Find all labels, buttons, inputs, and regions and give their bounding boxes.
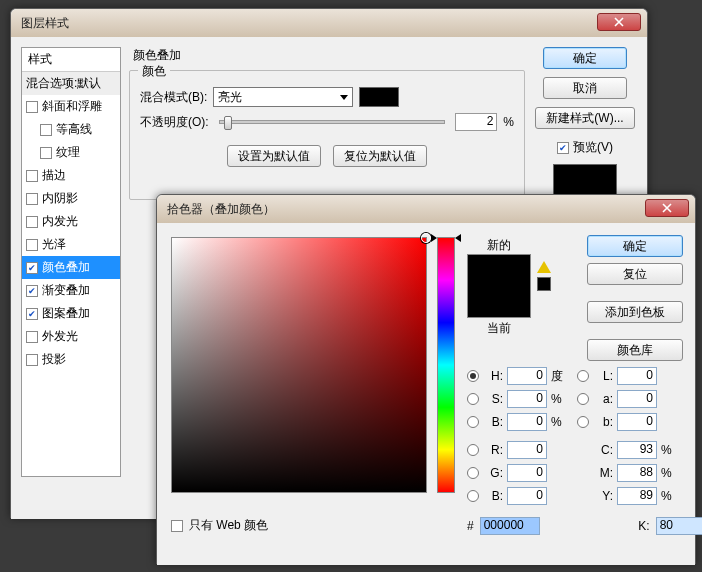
- g-input[interactable]: 0: [507, 464, 547, 482]
- style-texture[interactable]: 纹理: [22, 141, 120, 164]
- m-input[interactable]: 88: [617, 464, 657, 482]
- new-color-swatch: [467, 254, 531, 318]
- checkbox-icon[interactable]: [26, 331, 38, 343]
- b-input[interactable]: 0: [617, 413, 657, 431]
- picker-buttons: 确定 复位 添加到色板 颜色库: [587, 235, 683, 361]
- gamut-swatch[interactable]: [537, 277, 551, 291]
- color-value-fields: H:0度 L:0 S:0% a:0 B:0% b:0 R:0 C:93% G:0…: [467, 363, 675, 509]
- set-default-button[interactable]: 设置为默认值: [227, 145, 321, 167]
- style-inner-shadow[interactable]: 内阴影: [22, 187, 120, 210]
- a-input[interactable]: 0: [617, 390, 657, 408]
- checkbox-icon[interactable]: [40, 124, 52, 136]
- radio-s[interactable]: [467, 393, 479, 405]
- s-input[interactable]: 0: [507, 390, 547, 408]
- ok-button[interactable]: 确定: [543, 47, 627, 69]
- picker-ok-button[interactable]: 确定: [587, 235, 683, 257]
- opacity-slider[interactable]: [219, 120, 446, 124]
- gamut-warning-icon[interactable]: [537, 261, 551, 273]
- blend-mode-select[interactable]: 亮光: [213, 87, 353, 107]
- style-bevel[interactable]: 斜面和浮雕: [22, 95, 120, 118]
- y-input[interactable]: 89: [617, 487, 657, 505]
- new-style-button[interactable]: 新建样式(W)...: [535, 107, 634, 129]
- style-inner-glow[interactable]: 内发光: [22, 210, 120, 233]
- opacity-label: 不透明度(O):: [140, 114, 209, 131]
- hue-pointer-icon: [455, 234, 461, 242]
- h-input[interactable]: 0: [507, 367, 547, 385]
- k-input[interactable]: 80: [656, 517, 702, 535]
- layer-style-title: 图层样式: [21, 15, 69, 32]
- color-picker-dialog: 拾色器（叠加颜色） 新的 当前 确定 复位 添加到色板 颜色库 H:0度 L:0…: [156, 194, 696, 564]
- panel-title: 颜色叠加: [133, 47, 525, 64]
- warning-icons: [537, 261, 551, 291]
- color-libraries-button[interactable]: 颜色库: [587, 339, 683, 361]
- color-picker-title: 拾色器（叠加颜色）: [167, 201, 275, 218]
- checkbox-icon[interactable]: [557, 142, 569, 154]
- checkbox-icon[interactable]: [26, 308, 38, 320]
- color-picker-titlebar[interactable]: 拾色器（叠加颜色）: [157, 195, 695, 223]
- radio-a[interactable]: [577, 393, 589, 405]
- color-group: 颜色 混合模式(B): 亮光 不透明度(O): 2 % 设置为默认值 复位为默: [129, 70, 525, 200]
- checkbox-icon[interactable]: [26, 216, 38, 228]
- style-contour[interactable]: 等高线: [22, 118, 120, 141]
- close-icon[interactable]: [645, 199, 689, 217]
- checkbox-icon[interactable]: [26, 101, 38, 113]
- r-input[interactable]: 0: [507, 441, 547, 459]
- style-gradient-overlay[interactable]: 渐变叠加: [22, 279, 120, 302]
- saturation-value-field[interactable]: [171, 237, 427, 493]
- style-satin[interactable]: 光泽: [22, 233, 120, 256]
- checkbox-icon[interactable]: [26, 193, 38, 205]
- l-input[interactable]: 0: [617, 367, 657, 385]
- radio-g[interactable]: [467, 467, 479, 479]
- radio-l[interactable]: [577, 370, 589, 382]
- checkbox-icon[interactable]: [40, 147, 52, 159]
- chevron-down-icon: [340, 95, 348, 100]
- style-stroke[interactable]: 描边: [22, 164, 120, 187]
- radio-bb[interactable]: [577, 416, 589, 428]
- style-pattern-overlay[interactable]: 图案叠加: [22, 302, 120, 325]
- blend-mode-label: 混合模式(B):: [140, 89, 207, 106]
- checkbox-icon[interactable]: [26, 354, 38, 366]
- group-legend: 颜色: [138, 63, 170, 80]
- cancel-button[interactable]: 取消: [543, 77, 627, 99]
- preview-toggle[interactable]: 预览(V): [557, 139, 613, 156]
- opacity-input[interactable]: 2: [455, 113, 497, 131]
- color-preview: 新的 当前: [467, 237, 531, 337]
- c-input[interactable]: 93: [617, 441, 657, 459]
- style-color-overlay[interactable]: 颜色叠加: [22, 256, 120, 279]
- style-outer-glow[interactable]: 外发光: [22, 325, 120, 348]
- blend-options-row[interactable]: 混合选项:默认: [22, 72, 120, 95]
- checkbox-icon[interactable]: [26, 285, 38, 297]
- radio-r[interactable]: [467, 444, 479, 456]
- checkbox-icon[interactable]: [26, 262, 38, 274]
- close-icon[interactable]: [597, 13, 641, 31]
- style-drop-shadow[interactable]: 投影: [22, 348, 120, 371]
- radio-h[interactable]: [467, 370, 479, 382]
- radio-b[interactable]: [467, 416, 479, 428]
- bc-input[interactable]: 0: [507, 487, 547, 505]
- styles-list: 样式 混合选项:默认 斜面和浮雕 等高线 纹理 描边 内阴影 内发光 光泽 颜色…: [21, 47, 121, 477]
- bv-input[interactable]: 0: [507, 413, 547, 431]
- add-swatch-button[interactable]: 添加到色板: [587, 301, 683, 323]
- hex-input[interactable]: 000000: [480, 517, 540, 535]
- layer-style-titlebar[interactable]: 图层样式: [11, 9, 647, 37]
- sv-cursor-icon[interactable]: [421, 233, 431, 243]
- picker-reset-button[interactable]: 复位: [587, 263, 683, 285]
- hue-pointer-icon: [431, 234, 437, 242]
- overlay-color-swatch[interactable]: [359, 87, 399, 107]
- reset-default-button[interactable]: 复位为默认值: [333, 145, 427, 167]
- checkbox-icon[interactable]: [26, 239, 38, 251]
- slider-thumb[interactable]: [224, 116, 232, 130]
- radio-bc[interactable]: [467, 490, 479, 502]
- checkbox-icon[interactable]: [26, 170, 38, 182]
- styles-header: 样式: [22, 48, 120, 72]
- web-only-toggle[interactable]: 只有 Web 颜色: [171, 517, 268, 534]
- hue-slider[interactable]: [437, 237, 455, 493]
- hex-row: # 000000 K:80%: [467, 517, 702, 535]
- checkbox-icon[interactable]: [171, 520, 183, 532]
